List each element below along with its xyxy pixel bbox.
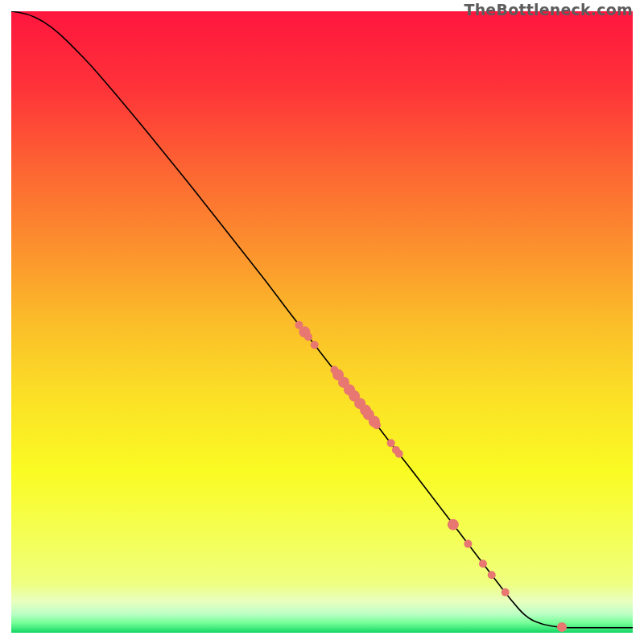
attribution-text: TheBottleneck.com xyxy=(464,1,633,19)
data-point xyxy=(502,588,510,597)
chart-stage: TheBottleneck.com xyxy=(0,0,644,644)
data-point xyxy=(304,333,312,341)
data-point xyxy=(448,519,459,530)
chart-background xyxy=(11,11,633,633)
data-point xyxy=(488,571,496,579)
data-point xyxy=(387,440,395,448)
gradient-rect xyxy=(11,11,633,633)
data-point xyxy=(311,341,319,349)
data-point xyxy=(479,559,487,568)
data-point xyxy=(373,421,381,429)
plot-area xyxy=(11,11,633,633)
data-point xyxy=(464,540,472,548)
data-point xyxy=(395,450,403,458)
data-point xyxy=(557,622,567,632)
